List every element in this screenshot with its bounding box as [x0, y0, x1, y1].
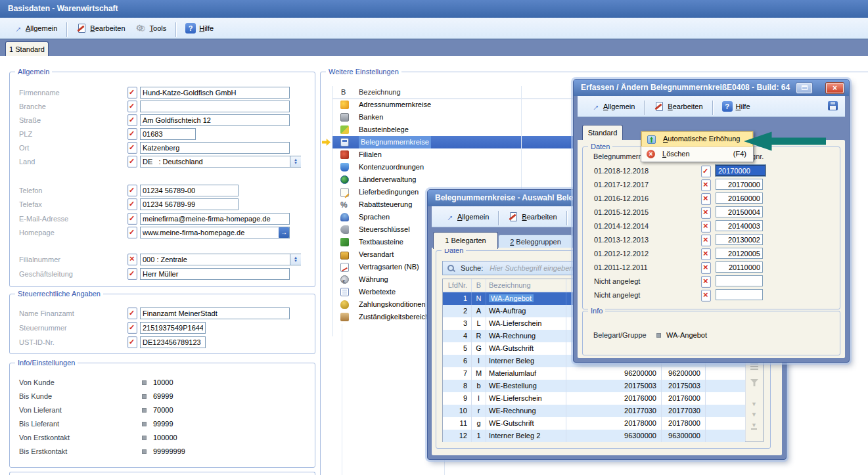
letzte-belegnr-input[interactable]: [716, 261, 763, 273]
scroll-page-down-icon[interactable]: ▼: [751, 412, 757, 418]
field-status-icon[interactable]: [127, 213, 137, 225]
belegart-row[interactable]: 10 r WE-Rechnung 20177030 20177030: [443, 405, 745, 417]
bullet-icon: [142, 449, 147, 454]
field-email: E-Mail-Adresse: [10, 213, 315, 225]
row-status-icon[interactable]: [701, 221, 711, 233]
ust-id-input[interactable]: [140, 336, 206, 348]
letzte-belegnr-input[interactable]: [716, 289, 763, 300]
row-status-icon[interactable]: [701, 290, 711, 302]
plz-input[interactable]: [140, 128, 196, 140]
edit-dialog: Erfassen / Ändern BelegnummernkreißE0408…: [573, 79, 850, 363]
field-status-icon[interactable]: [127, 156, 137, 168]
row-status-icon[interactable]: [701, 166, 711, 177]
toolbar-menu-label: Allgemein: [26, 24, 57, 32]
tab-standard-edit[interactable]: Standard: [582, 125, 623, 141]
row-status-icon[interactable]: [701, 276, 711, 288]
bullet-icon: [142, 436, 147, 440]
spinner-icon[interactable]: ▲▼: [290, 254, 301, 265]
row-status-icon[interactable]: [701, 193, 711, 205]
field-status-icon[interactable]: [127, 336, 137, 348]
field-status-icon[interactable]: [127, 268, 137, 280]
toolbar-menu-button[interactable]: Allgemein: [438, 210, 494, 224]
branche-input[interactable]: [140, 101, 290, 112]
firmenname-input[interactable]: [140, 87, 290, 99]
toolbar-menu-button[interactable]: Hilfe: [717, 99, 756, 114]
toolbar-menu-label: Tools: [150, 24, 167, 32]
belegart-row[interactable]: 11 g WE-Gutschrift 20178000 20178000: [443, 417, 745, 430]
land-combo[interactable]: [140, 156, 301, 168]
account-mapping-icon: [340, 163, 349, 171]
homepage-input[interactable]: [140, 227, 290, 238]
telefax-input[interactable]: [140, 198, 239, 210]
letzte-belegnr-input[interactable]: [716, 206, 763, 217]
tab-standard[interactable]: 1 Standard: [5, 41, 49, 57]
tab-belegarten[interactable]: 1 Belegarten: [433, 232, 498, 249]
steuernummer-input[interactable]: [140, 322, 206, 334]
row-status-icon[interactable]: [701, 262, 711, 274]
grid-lines-icon[interactable]: [750, 363, 758, 370]
tab-beleggruppen[interactable]: 2 Beleggruppen: [498, 235, 573, 249]
ort-input[interactable]: [140, 142, 290, 154]
letzte-belegnr-input[interactable]: [716, 248, 763, 259]
main-toolbar: Allgemein Bearbeiten Tools Hilfe: [0, 18, 868, 39]
bullet-icon: [142, 394, 147, 399]
field-filialnummer: Filialnummer ▲▼: [10, 254, 315, 265]
window-icon: [802, 85, 808, 90]
field-firmenname: Firmenname: [10, 87, 315, 99]
row-status-icon[interactable]: [701, 207, 711, 219]
field-status-icon[interactable]: [127, 254, 137, 265]
field-status-icon[interactable]: [127, 185, 137, 196]
toolbar-menu-button[interactable]: Allgemein: [7, 21, 62, 35]
toolbar-menu-button[interactable]: Bearbeiten: [71, 21, 130, 35]
close-button[interactable]: [826, 83, 844, 93]
row-status-icon[interactable]: [701, 235, 711, 246]
belegart-row[interactable]: 9 l WE-Lieferschein 20176000 20176000: [443, 392, 745, 405]
menu-item-automatische-erhoehung[interactable]: Automatische Erhöhung: [641, 131, 753, 147]
toolbar-menu-button[interactable]: Hilfe: [180, 21, 219, 35]
save-icon[interactable]: [828, 101, 838, 110]
row-status-icon[interactable]: [701, 179, 711, 191]
letzte-belegnr-input[interactable]: [716, 275, 763, 286]
email-input[interactable]: [140, 213, 290, 225]
toolbar-menu-button[interactable]: Bearbeiten: [503, 210, 562, 224]
belegart-row[interactable]: 7 M Materialumlauf 96200000 96200000: [443, 367, 745, 380]
field-status-icon[interactable]: [127, 307, 137, 319]
belegart-row[interactable]: 8 b WE-Bestellung 20175003 20175003: [443, 380, 745, 392]
toolbar-menu-button[interactable]: Tools: [131, 21, 172, 35]
letzte-belegnr-input[interactable]: [716, 165, 765, 176]
field-status-icon[interactable]: [127, 198, 137, 210]
filialnummer-combo[interactable]: [140, 254, 301, 265]
spinner-icon[interactable]: ▲▼: [290, 156, 301, 167]
menu-item-loeschen[interactable]: Löschen (F4): [641, 147, 753, 162]
letzte-belegnr-input[interactable]: [716, 192, 763, 204]
field-status-icon[interactable]: [127, 87, 137, 99]
languages-icon: [340, 213, 349, 221]
field-status-icon[interactable]: [127, 227, 137, 238]
main-title: Basisdaten - Warenwirtschaft: [8, 4, 118, 13]
field-status-icon[interactable]: [127, 128, 137, 140]
finanzamt-input[interactable]: [140, 307, 290, 319]
scroll-down-icon[interactable]: ▼: [751, 401, 757, 407]
letzte-belegnr-input[interactable]: [716, 179, 763, 190]
toolbar-menu-button[interactable]: Bearbeiten: [649, 99, 708, 114]
telefon-input[interactable]: [140, 185, 239, 196]
strasse-input[interactable]: [140, 114, 290, 126]
responsibility-areas-icon: [340, 313, 349, 321]
field-status-icon[interactable]: [127, 114, 137, 126]
open-homepage-icon[interactable]: →: [279, 227, 289, 238]
field-status-icon[interactable]: [127, 101, 137, 112]
letzte-belegnr-input[interactable]: [716, 234, 763, 245]
restore-button[interactable]: [796, 83, 812, 93]
filter-icon[interactable]: [750, 379, 758, 386]
field-status-icon[interactable]: [127, 322, 137, 334]
edit-dialog-titlebar[interactable]: Erfassen / Ändern BelegnummernkreißE0408…: [574, 79, 849, 96]
geschaeftsleitung-input[interactable]: [140, 268, 290, 280]
group-info: Info Belegart/Gruppe WA-Angebot: [582, 311, 840, 355]
scroll-to-end-icon[interactable]: ▼: [751, 422, 757, 430]
belegart-row[interactable]: 12 1 Interner Beleg 2 96300000 96300000: [443, 430, 745, 442]
shipping-icon: [340, 252, 349, 260]
letzte-belegnr-input[interactable]: [716, 220, 763, 231]
row-status-icon[interactable]: [701, 248, 711, 260]
toolbar-menu-button[interactable]: Allgemein: [584, 99, 640, 114]
field-status-icon[interactable]: [127, 142, 137, 154]
